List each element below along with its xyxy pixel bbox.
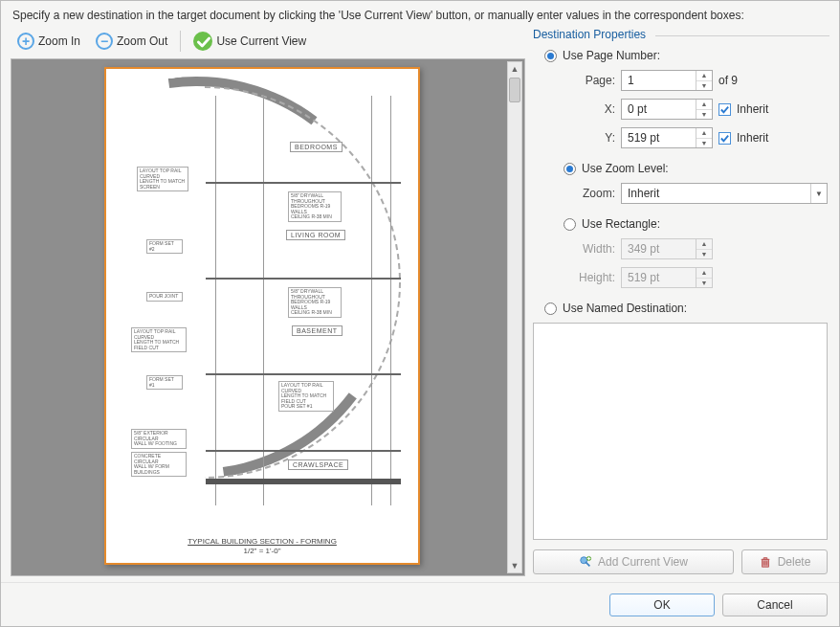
use-page-number-label: Use Page Number:: [563, 49, 660, 62]
x-value: 0 pt: [628, 102, 647, 116]
delete-label: Delete: [778, 555, 811, 569]
plus-icon: +: [17, 33, 34, 50]
height-label: Height:: [575, 271, 615, 284]
page-value: 1: [628, 74, 634, 87]
cancel-button[interactable]: Cancel: [722, 593, 828, 616]
use-zoom-label: Use Zoom Level:: [582, 162, 669, 175]
properties-title: Destination Properties: [531, 28, 829, 43]
destination-dialog: Specify a new destination in the target …: [0, 0, 840, 627]
zoom-combo[interactable]: Inherit ▼: [621, 183, 828, 204]
chevron-down-icon: ▼: [810, 184, 827, 203]
minus-icon: −: [96, 33, 113, 50]
width-value: 349 pt: [628, 242, 659, 256]
pin-icon: [579, 555, 592, 569]
of-pages-text: of 9: [718, 74, 738, 87]
main-row: + Zoom In − Zoom Out Use Current View: [1, 28, 839, 582]
toolbar: + Zoom In − Zoom Out Use Current View: [11, 28, 525, 58]
y-spinner[interactable]: 519 pt ▲▼: [621, 127, 713, 148]
named-destinations-list[interactable]: [533, 323, 828, 540]
width-spinner: 349 pt ▲▼: [621, 238, 713, 259]
inherit-x-label: Inherit: [737, 102, 768, 116]
use-page-number-radio[interactable]: [544, 50, 557, 62]
use-rectangle-radio[interactable]: [564, 218, 576, 231]
use-named-radio[interactable]: [544, 302, 557, 315]
inherit-y-label: Inherit: [737, 131, 768, 145]
scroll-down-icon: ▼: [508, 559, 521, 572]
add-current-view-button[interactable]: Add Current View: [533, 549, 734, 574]
drawing-title: TYPICAL BUILDING SECTION - FORMING 1/2" …: [106, 537, 418, 555]
use-zoom-radio[interactable]: [564, 163, 576, 175]
delete-button[interactable]: Delete: [741, 549, 828, 574]
add-current-view-label: Add Current View: [598, 555, 688, 569]
properties-body: Use Page Number: Page: 1 ▲▼ of 9 X: 0 pt…: [531, 43, 829, 576]
use-current-view-label: Use Current View: [216, 34, 306, 48]
page-thumbnail: BEDROOMS LIVING ROOM BASEMENT CRAWLSPACE…: [104, 67, 420, 565]
page-label: Page:: [562, 74, 615, 87]
drawing-content: BEDROOMS LIVING ROOM BASEMENT CRAWLSPACE…: [120, 86, 405, 525]
scroll-thumb[interactable]: [509, 78, 520, 102]
inherit-x-checkbox[interactable]: [718, 103, 731, 116]
height-value: 519 pt: [628, 271, 659, 284]
zoom-out-button[interactable]: − Zoom Out: [89, 30, 174, 53]
zoom-value: Inherit: [628, 187, 659, 200]
x-label: X:: [562, 102, 615, 116]
properties-panel: Destination Properties Use Page Number: …: [531, 28, 829, 576]
width-label: Width:: [575, 242, 615, 256]
trash-icon: [759, 555, 772, 569]
y-label: Y:: [562, 131, 615, 145]
check-icon: [193, 32, 212, 51]
height-spinner: 519 pt ▲▼: [621, 267, 713, 288]
zoom-in-button[interactable]: + Zoom In: [11, 30, 87, 53]
zoom-out-label: Zoom Out: [117, 34, 167, 48]
scroll-up-icon: ▲: [508, 62, 521, 76]
inherit-y-checkbox[interactable]: [718, 132, 731, 145]
preview-scrollbar[interactable]: ▲ ▼: [507, 61, 522, 573]
dialog-footer: OK Cancel: [1, 582, 839, 626]
use-current-view-button[interactable]: Use Current View: [187, 30, 313, 53]
page-spinner[interactable]: 1 ▲▼: [621, 70, 713, 91]
ok-label: OK: [653, 598, 670, 612]
use-named-label: Use Named Destination:: [563, 302, 687, 315]
cancel-label: Cancel: [757, 598, 792, 612]
y-value: 519 pt: [628, 131, 659, 145]
ok-button[interactable]: OK: [609, 593, 715, 616]
x-spinner[interactable]: 0 pt ▲▼: [621, 99, 713, 120]
zoom-label: Zoom:: [575, 187, 615, 200]
zoom-in-label: Zoom In: [38, 34, 80, 48]
use-rectangle-label: Use Rectangle:: [582, 217, 660, 231]
document-preview[interactable]: BEDROOMS LIVING ROOM BASEMENT CRAWLSPACE…: [11, 58, 525, 576]
instruction-text: Specify a new destination in the target …: [1, 1, 839, 28]
left-column: + Zoom In − Zoom Out Use Current View: [11, 28, 525, 576]
toolbar-separator: [180, 31, 181, 52]
